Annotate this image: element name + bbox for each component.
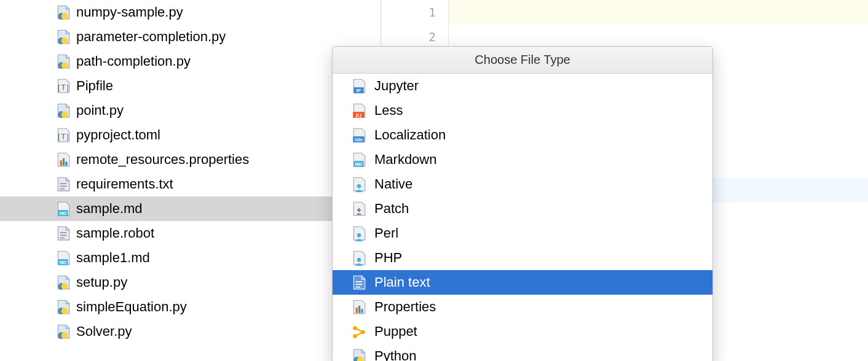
python-icon — [55, 299, 71, 315]
file-row[interactable]: requirements.txt — [0, 172, 381, 196]
file-name-label: Solver.py — [76, 324, 132, 340]
file-row[interactable]: sample1.md — [0, 246, 381, 270]
file-row[interactable]: path-completion.py — [0, 49, 381, 74]
file-name-label: pyproject.toml — [76, 127, 160, 143]
python-icon — [55, 324, 71, 340]
properties-icon — [55, 152, 71, 168]
file-row[interactable]: sample.robot — [0, 221, 381, 246]
file-type-label: Perl — [374, 225, 398, 241]
properties-icon — [351, 299, 367, 315]
file-row[interactable]: Pipfile — [0, 74, 381, 98]
i18n-icon — [351, 127, 367, 143]
file-name-label: sample1.md — [76, 250, 150, 266]
text-icon — [55, 225, 71, 241]
python-icon — [55, 103, 71, 118]
python-icon — [55, 274, 71, 290]
markdown-icon — [55, 201, 71, 217]
project-tree[interactable]: numpy-sample.pyparameter-completion.pypa… — [0, 0, 381, 361]
file-row[interactable]: numpy-sample.py — [0, 0, 381, 25]
markdown-icon — [351, 152, 367, 168]
file-name-label: parameter-completion.py — [76, 29, 226, 45]
file-type-label: Plain text — [374, 274, 430, 290]
puppet-icon — [351, 324, 367, 340]
file-type-item[interactable]: Python — [333, 344, 712, 361]
file-type-label: Puppet — [374, 324, 417, 340]
file-row[interactable]: point.py — [0, 98, 381, 123]
file-row[interactable]: simpleEquation.py — [0, 295, 381, 319]
file-name-label: requirements.txt — [76, 176, 173, 192]
file-row[interactable]: remote_resources.properties — [0, 147, 381, 172]
file-name-label: remote_resources.properties — [76, 152, 249, 168]
line-number: 1 — [381, 0, 448, 25]
file-type-item[interactable]: Markdown — [333, 147, 712, 172]
toml-icon — [55, 127, 71, 143]
python-icon — [55, 53, 71, 69]
python-icon — [55, 29, 71, 45]
popup-title: Choose File Type — [333, 47, 712, 74]
file-type-label: PHP — [374, 250, 402, 266]
file-type-label: Less — [374, 103, 403, 118]
file-name-label: Pipfile — [76, 78, 113, 94]
file-type-item[interactable]: Jupyter — [333, 74, 712, 98]
file-type-label: Markdown — [374, 152, 436, 168]
file-row[interactable]: sample.md — [0, 196, 381, 221]
file-type-item[interactable]: Properties — [333, 295, 712, 319]
file-type-item[interactable]: Plain text — [333, 270, 712, 295]
file-type-label: Native — [374, 176, 412, 192]
file-type-item[interactable]: Native — [333, 172, 712, 196]
file-name-label: simpleEquation.py — [76, 299, 187, 315]
file-type-item[interactable]: Perl — [333, 221, 712, 246]
file-type-item[interactable]: PHP — [333, 246, 712, 270]
file-row[interactable]: pyproject.toml — [0, 123, 381, 147]
file-name-label: sample.md — [76, 201, 143, 217]
text-icon — [55, 176, 71, 192]
person-icon — [351, 176, 367, 192]
less-icon — [351, 103, 367, 118]
file-type-label: Patch — [374, 201, 409, 217]
file-row[interactable]: parameter-completion.py — [0, 25, 381, 49]
markdown-icon — [55, 250, 71, 266]
file-type-item[interactable]: Puppet — [333, 319, 712, 344]
patch-icon — [351, 201, 367, 217]
file-type-label: Localization — [374, 127, 446, 143]
file-type-label: Properties — [374, 299, 436, 315]
file-type-label: Jupyter — [374, 78, 419, 94]
file-row[interactable]: setup.py — [0, 270, 381, 295]
person-icon — [351, 225, 367, 241]
file-type-list[interactable]: JupyterLessLocalizationMarkdownNativePat… — [333, 74, 712, 361]
file-type-item[interactable]: Patch — [333, 196, 712, 221]
file-type-item[interactable]: Localization — [333, 123, 712, 147]
line-number: 2 — [381, 25, 448, 49]
python-icon — [351, 348, 367, 361]
jupyter-icon — [351, 78, 367, 94]
toml-icon — [55, 78, 71, 94]
person-icon — [351, 250, 367, 266]
file-name-label: setup.py — [76, 274, 127, 290]
file-name-label: point.py — [76, 103, 124, 118]
python-icon — [55, 4, 71, 20]
file-row[interactable]: Solver.py — [0, 319, 381, 344]
choose-file-type-popup: Choose File Type JupyterLessLocalization… — [332, 46, 713, 361]
file-name-label: numpy-sample.py — [76, 4, 183, 20]
editor-line-active[interactable] — [449, 0, 868, 25]
file-name-label: path-completion.py — [76, 53, 191, 69]
text-icon — [351, 274, 367, 290]
file-name-label: sample.robot — [76, 225, 154, 241]
file-type-label: Python — [374, 348, 417, 361]
file-type-item[interactable]: Less — [333, 98, 712, 123]
